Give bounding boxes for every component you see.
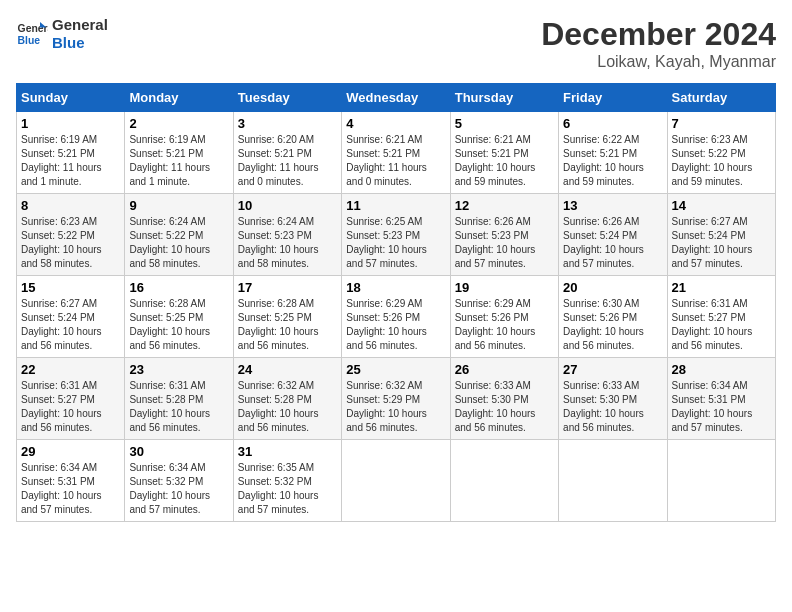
weekday-header-monday: Monday	[125, 84, 233, 112]
day-detail: Sunrise: 6:21 AM Sunset: 5:21 PM Dayligh…	[346, 133, 445, 189]
day-cell: 2 Sunrise: 6:19 AM Sunset: 5:21 PM Dayli…	[125, 112, 233, 194]
day-cell: 22 Sunrise: 6:31 AM Sunset: 5:27 PM Dayl…	[17, 358, 125, 440]
day-number: 29	[21, 444, 120, 459]
day-cell: 10 Sunrise: 6:24 AM Sunset: 5:23 PM Dayl…	[233, 194, 341, 276]
day-number: 1	[21, 116, 120, 131]
day-detail: Sunrise: 6:34 AM Sunset: 5:32 PM Dayligh…	[129, 461, 228, 517]
calendar-table: SundayMondayTuesdayWednesdayThursdayFrid…	[16, 83, 776, 522]
week-row-2: 8 Sunrise: 6:23 AM Sunset: 5:22 PM Dayli…	[17, 194, 776, 276]
day-detail: Sunrise: 6:31 AM Sunset: 5:28 PM Dayligh…	[129, 379, 228, 435]
logo-general: General	[52, 16, 108, 34]
day-cell: 20 Sunrise: 6:30 AM Sunset: 5:26 PM Dayl…	[559, 276, 667, 358]
day-cell: 24 Sunrise: 6:32 AM Sunset: 5:28 PM Dayl…	[233, 358, 341, 440]
day-cell: 4 Sunrise: 6:21 AM Sunset: 5:21 PM Dayli…	[342, 112, 450, 194]
day-number: 8	[21, 198, 120, 213]
day-number: 25	[346, 362, 445, 377]
day-cell: 25 Sunrise: 6:32 AM Sunset: 5:29 PM Dayl…	[342, 358, 450, 440]
day-cell: 5 Sunrise: 6:21 AM Sunset: 5:21 PM Dayli…	[450, 112, 558, 194]
day-number: 7	[672, 116, 771, 131]
page-header: General Blue General Blue December 2024 …	[16, 16, 776, 71]
day-detail: Sunrise: 6:29 AM Sunset: 5:26 PM Dayligh…	[455, 297, 554, 353]
day-detail: Sunrise: 6:27 AM Sunset: 5:24 PM Dayligh…	[21, 297, 120, 353]
day-detail: Sunrise: 6:32 AM Sunset: 5:29 PM Dayligh…	[346, 379, 445, 435]
day-cell: 21 Sunrise: 6:31 AM Sunset: 5:27 PM Dayl…	[667, 276, 775, 358]
day-detail: Sunrise: 6:22 AM Sunset: 5:21 PM Dayligh…	[563, 133, 662, 189]
day-number: 3	[238, 116, 337, 131]
day-number: 21	[672, 280, 771, 295]
day-number: 13	[563, 198, 662, 213]
day-cell: 1 Sunrise: 6:19 AM Sunset: 5:21 PM Dayli…	[17, 112, 125, 194]
logo-icon: General Blue	[16, 18, 48, 50]
day-number: 15	[21, 280, 120, 295]
weekday-header-saturday: Saturday	[667, 84, 775, 112]
day-cell: 27 Sunrise: 6:33 AM Sunset: 5:30 PM Dayl…	[559, 358, 667, 440]
day-cell: 23 Sunrise: 6:31 AM Sunset: 5:28 PM Dayl…	[125, 358, 233, 440]
day-detail: Sunrise: 6:33 AM Sunset: 5:30 PM Dayligh…	[455, 379, 554, 435]
day-detail: Sunrise: 6:34 AM Sunset: 5:31 PM Dayligh…	[21, 461, 120, 517]
day-number: 16	[129, 280, 228, 295]
day-cell: 14 Sunrise: 6:27 AM Sunset: 5:24 PM Dayl…	[667, 194, 775, 276]
day-cell: 13 Sunrise: 6:26 AM Sunset: 5:24 PM Dayl…	[559, 194, 667, 276]
day-number: 30	[129, 444, 228, 459]
day-detail: Sunrise: 6:26 AM Sunset: 5:23 PM Dayligh…	[455, 215, 554, 271]
day-cell: 29 Sunrise: 6:34 AM Sunset: 5:31 PM Dayl…	[17, 440, 125, 522]
day-cell: 19 Sunrise: 6:29 AM Sunset: 5:26 PM Dayl…	[450, 276, 558, 358]
day-number: 28	[672, 362, 771, 377]
day-cell	[667, 440, 775, 522]
day-cell: 8 Sunrise: 6:23 AM Sunset: 5:22 PM Dayli…	[17, 194, 125, 276]
calendar-header-row: SundayMondayTuesdayWednesdayThursdayFrid…	[17, 84, 776, 112]
day-detail: Sunrise: 6:34 AM Sunset: 5:31 PM Dayligh…	[672, 379, 771, 435]
day-detail: Sunrise: 6:33 AM Sunset: 5:30 PM Dayligh…	[563, 379, 662, 435]
day-cell: 16 Sunrise: 6:28 AM Sunset: 5:25 PM Dayl…	[125, 276, 233, 358]
day-detail: Sunrise: 6:25 AM Sunset: 5:23 PM Dayligh…	[346, 215, 445, 271]
day-cell	[559, 440, 667, 522]
day-number: 22	[21, 362, 120, 377]
day-detail: Sunrise: 6:28 AM Sunset: 5:25 PM Dayligh…	[238, 297, 337, 353]
day-detail: Sunrise: 6:23 AM Sunset: 5:22 PM Dayligh…	[672, 133, 771, 189]
day-number: 4	[346, 116, 445, 131]
day-cell	[342, 440, 450, 522]
day-detail: Sunrise: 6:31 AM Sunset: 5:27 PM Dayligh…	[21, 379, 120, 435]
location-title: Loikaw, Kayah, Myanmar	[541, 53, 776, 71]
day-detail: Sunrise: 6:23 AM Sunset: 5:22 PM Dayligh…	[21, 215, 120, 271]
day-detail: Sunrise: 6:24 AM Sunset: 5:22 PM Dayligh…	[129, 215, 228, 271]
day-cell: 12 Sunrise: 6:26 AM Sunset: 5:23 PM Dayl…	[450, 194, 558, 276]
day-detail: Sunrise: 6:31 AM Sunset: 5:27 PM Dayligh…	[672, 297, 771, 353]
day-detail: Sunrise: 6:24 AM Sunset: 5:23 PM Dayligh…	[238, 215, 337, 271]
weekday-header-wednesday: Wednesday	[342, 84, 450, 112]
day-detail: Sunrise: 6:29 AM Sunset: 5:26 PM Dayligh…	[346, 297, 445, 353]
day-detail: Sunrise: 6:28 AM Sunset: 5:25 PM Dayligh…	[129, 297, 228, 353]
day-cell: 31 Sunrise: 6:35 AM Sunset: 5:32 PM Dayl…	[233, 440, 341, 522]
day-number: 17	[238, 280, 337, 295]
day-number: 18	[346, 280, 445, 295]
day-cell: 28 Sunrise: 6:34 AM Sunset: 5:31 PM Dayl…	[667, 358, 775, 440]
logo: General Blue General Blue	[16, 16, 108, 52]
day-number: 2	[129, 116, 228, 131]
day-cell: 30 Sunrise: 6:34 AM Sunset: 5:32 PM Dayl…	[125, 440, 233, 522]
day-cell: 7 Sunrise: 6:23 AM Sunset: 5:22 PM Dayli…	[667, 112, 775, 194]
day-detail: Sunrise: 6:19 AM Sunset: 5:21 PM Dayligh…	[21, 133, 120, 189]
day-cell: 6 Sunrise: 6:22 AM Sunset: 5:21 PM Dayli…	[559, 112, 667, 194]
day-number: 24	[238, 362, 337, 377]
svg-text:Blue: Blue	[18, 35, 41, 46]
calendar-body: 1 Sunrise: 6:19 AM Sunset: 5:21 PM Dayli…	[17, 112, 776, 522]
logo-blue: Blue	[52, 34, 108, 52]
week-row-5: 29 Sunrise: 6:34 AM Sunset: 5:31 PM Dayl…	[17, 440, 776, 522]
day-number: 11	[346, 198, 445, 213]
day-number: 23	[129, 362, 228, 377]
day-number: 5	[455, 116, 554, 131]
day-number: 19	[455, 280, 554, 295]
week-row-3: 15 Sunrise: 6:27 AM Sunset: 5:24 PM Dayl…	[17, 276, 776, 358]
weekday-header-tuesday: Tuesday	[233, 84, 341, 112]
day-detail: Sunrise: 6:27 AM Sunset: 5:24 PM Dayligh…	[672, 215, 771, 271]
weekday-header-thursday: Thursday	[450, 84, 558, 112]
day-cell: 17 Sunrise: 6:28 AM Sunset: 5:25 PM Dayl…	[233, 276, 341, 358]
day-cell: 9 Sunrise: 6:24 AM Sunset: 5:22 PM Dayli…	[125, 194, 233, 276]
day-cell: 26 Sunrise: 6:33 AM Sunset: 5:30 PM Dayl…	[450, 358, 558, 440]
day-number: 12	[455, 198, 554, 213]
day-detail: Sunrise: 6:20 AM Sunset: 5:21 PM Dayligh…	[238, 133, 337, 189]
week-row-4: 22 Sunrise: 6:31 AM Sunset: 5:27 PM Dayl…	[17, 358, 776, 440]
day-detail: Sunrise: 6:30 AM Sunset: 5:26 PM Dayligh…	[563, 297, 662, 353]
day-number: 14	[672, 198, 771, 213]
day-detail: Sunrise: 6:19 AM Sunset: 5:21 PM Dayligh…	[129, 133, 228, 189]
